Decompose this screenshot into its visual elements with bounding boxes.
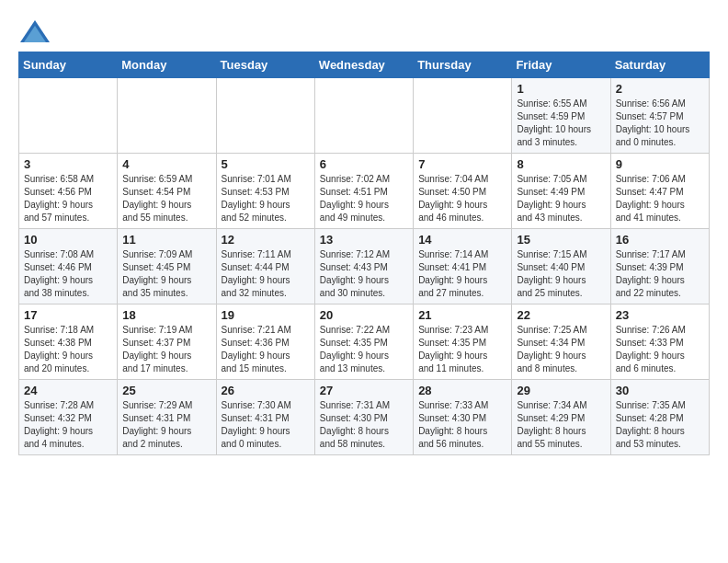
day-info: Sunrise: 6:55 AM Sunset: 4:59 PM Dayligh… — [517, 98, 605, 149]
day-info: Sunrise: 7:06 AM Sunset: 4:47 PM Dayligh… — [616, 173, 704, 224]
day-number: 7 — [418, 157, 506, 171]
day-number: 18 — [122, 308, 210, 322]
calendar-cell: 27Sunrise: 7:31 AM Sunset: 4:30 PM Dayli… — [314, 380, 413, 455]
calendar-cell: 20Sunrise: 7:22 AM Sunset: 4:35 PM Dayli… — [314, 304, 413, 380]
day-header-wednesday: Wednesday — [314, 52, 413, 78]
calendar-cell: 4Sunrise: 6:59 AM Sunset: 4:54 PM Daylig… — [118, 154, 216, 229]
calendar-cell: 26Sunrise: 7:30 AM Sunset: 4:31 PM Dayli… — [216, 380, 314, 455]
calendar-cell: 29Sunrise: 7:34 AM Sunset: 4:29 PM Dayli… — [512, 380, 610, 455]
logo — [18, 18, 55, 44]
day-info: Sunrise: 7:12 AM Sunset: 4:43 PM Dayligh… — [320, 248, 408, 300]
day-number: 23 — [616, 308, 704, 322]
calendar-cell: 15Sunrise: 7:15 AM Sunset: 4:40 PM Dayli… — [512, 229, 610, 304]
day-number: 29 — [517, 384, 605, 397]
calendar-cell: 11Sunrise: 7:09 AM Sunset: 4:45 PM Dayli… — [118, 229, 216, 304]
day-info: Sunrise: 7:15 AM Sunset: 4:40 PM Dayligh… — [517, 248, 605, 300]
day-info: Sunrise: 7:02 AM Sunset: 4:51 PM Dayligh… — [320, 173, 408, 224]
day-number: 3 — [24, 157, 112, 171]
day-info: Sunrise: 7:19 AM Sunset: 4:37 PM Dayligh… — [122, 324, 210, 375]
calendar-cell: 28Sunrise: 7:33 AM Sunset: 4:30 PM Dayli… — [414, 380, 512, 455]
logo-icon — [18, 18, 51, 44]
day-number: 20 — [320, 308, 408, 322]
calendar-cell: 8Sunrise: 7:05 AM Sunset: 4:49 PM Daylig… — [512, 154, 610, 229]
calendar-cell: 14Sunrise: 7:14 AM Sunset: 4:41 PM Dayli… — [414, 229, 512, 304]
day-info: Sunrise: 7:25 AM Sunset: 4:34 PM Dayligh… — [517, 324, 605, 375]
calendar-cell: 3Sunrise: 6:58 AM Sunset: 4:56 PM Daylig… — [19, 154, 118, 229]
calendar-cell: 16Sunrise: 7:17 AM Sunset: 4:39 PM Dayli… — [610, 229, 709, 304]
day-info: Sunrise: 7:11 AM Sunset: 4:44 PM Dayligh… — [222, 248, 310, 300]
day-number: 16 — [616, 233, 704, 247]
calendar-week-row: 3Sunrise: 6:58 AM Sunset: 4:56 PM Daylig… — [19, 154, 710, 229]
day-number: 5 — [222, 157, 310, 171]
day-number: 25 — [122, 384, 210, 397]
calendar-cell: 1Sunrise: 6:55 AM Sunset: 4:59 PM Daylig… — [512, 78, 610, 154]
day-header-sunday: Sunday — [19, 52, 118, 78]
day-header-thursday: Thursday — [414, 52, 512, 78]
day-info: Sunrise: 7:22 AM Sunset: 4:35 PM Dayligh… — [320, 324, 408, 375]
day-header-tuesday: Tuesday — [216, 52, 314, 78]
calendar-cell: 24Sunrise: 7:28 AM Sunset: 4:32 PM Dayli… — [19, 380, 118, 455]
day-number: 12 — [222, 233, 310, 247]
calendar-cell: 6Sunrise: 7:02 AM Sunset: 4:51 PM Daylig… — [314, 154, 413, 229]
day-info: Sunrise: 7:33 AM Sunset: 4:30 PM Dayligh… — [418, 399, 506, 451]
day-info: Sunrise: 7:08 AM Sunset: 4:46 PM Dayligh… — [24, 248, 112, 300]
day-number: 11 — [122, 233, 210, 247]
day-info: Sunrise: 6:58 AM Sunset: 4:56 PM Dayligh… — [24, 173, 112, 224]
day-info: Sunrise: 7:14 AM Sunset: 4:41 PM Dayligh… — [418, 248, 506, 300]
day-number: 8 — [517, 157, 605, 171]
day-number: 17 — [24, 308, 112, 322]
day-info: Sunrise: 7:17 AM Sunset: 4:39 PM Dayligh… — [616, 248, 704, 300]
day-number: 28 — [418, 384, 506, 397]
calendar-cell: 9Sunrise: 7:06 AM Sunset: 4:47 PM Daylig… — [610, 154, 709, 229]
calendar-cell — [118, 78, 216, 154]
calendar-cell: 30Sunrise: 7:35 AM Sunset: 4:28 PM Dayli… — [610, 380, 709, 455]
calendar-cell: 10Sunrise: 7:08 AM Sunset: 4:46 PM Dayli… — [19, 229, 118, 304]
day-info: Sunrise: 7:01 AM Sunset: 4:53 PM Dayligh… — [222, 173, 310, 224]
calendar-week-row: 10Sunrise: 7:08 AM Sunset: 4:46 PM Dayli… — [19, 229, 710, 304]
calendar-cell — [414, 78, 512, 154]
day-number: 19 — [222, 308, 310, 322]
calendar-cell: 2Sunrise: 6:56 AM Sunset: 4:57 PM Daylig… — [610, 78, 709, 154]
day-info: Sunrise: 7:29 AM Sunset: 4:31 PM Dayligh… — [122, 399, 210, 451]
calendar-week-row: 24Sunrise: 7:28 AM Sunset: 4:32 PM Dayli… — [19, 380, 710, 455]
day-info: Sunrise: 7:34 AM Sunset: 4:29 PM Dayligh… — [517, 399, 605, 451]
day-info: Sunrise: 7:26 AM Sunset: 4:33 PM Dayligh… — [616, 324, 704, 375]
day-info: Sunrise: 7:30 AM Sunset: 4:31 PM Dayligh… — [222, 399, 310, 451]
calendar-table: SundayMondayTuesdayWednesdayThursdayFrid… — [18, 52, 710, 455]
day-number: 6 — [320, 157, 408, 171]
day-number: 14 — [418, 233, 506, 247]
page-header — [18, 15, 710, 44]
day-info: Sunrise: 7:05 AM Sunset: 4:49 PM Dayligh… — [517, 173, 605, 224]
day-number: 13 — [320, 233, 408, 247]
day-info: Sunrise: 7:35 AM Sunset: 4:28 PM Dayligh… — [616, 399, 704, 451]
day-info: Sunrise: 6:56 AM Sunset: 4:57 PM Dayligh… — [616, 98, 704, 149]
day-number: 26 — [222, 384, 310, 397]
day-info: Sunrise: 7:04 AM Sunset: 4:50 PM Dayligh… — [418, 173, 506, 224]
day-info: Sunrise: 7:09 AM Sunset: 4:45 PM Dayligh… — [122, 248, 210, 300]
calendar-header-row: SundayMondayTuesdayWednesdayThursdayFrid… — [19, 52, 710, 78]
day-number: 30 — [616, 384, 704, 397]
calendar-cell: 22Sunrise: 7:25 AM Sunset: 4:34 PM Dayli… — [512, 304, 610, 380]
day-info: Sunrise: 7:23 AM Sunset: 4:35 PM Dayligh… — [418, 324, 506, 375]
day-info: Sunrise: 6:59 AM Sunset: 4:54 PM Dayligh… — [122, 173, 210, 224]
calendar-cell — [19, 78, 118, 154]
day-number: 24 — [24, 384, 112, 397]
calendar-cell: 17Sunrise: 7:18 AM Sunset: 4:38 PM Dayli… — [19, 304, 118, 380]
day-number: 22 — [517, 308, 605, 322]
calendar-cell: 12Sunrise: 7:11 AM Sunset: 4:44 PM Dayli… — [216, 229, 314, 304]
day-number: 9 — [616, 157, 704, 171]
calendar-week-row: 17Sunrise: 7:18 AM Sunset: 4:38 PM Dayli… — [19, 304, 710, 380]
day-number: 15 — [517, 233, 605, 247]
calendar-cell: 5Sunrise: 7:01 AM Sunset: 4:53 PM Daylig… — [216, 154, 314, 229]
day-number: 4 — [122, 157, 210, 171]
day-info: Sunrise: 7:28 AM Sunset: 4:32 PM Dayligh… — [24, 399, 112, 451]
calendar-cell: 25Sunrise: 7:29 AM Sunset: 4:31 PM Dayli… — [118, 380, 216, 455]
day-number: 2 — [616, 82, 704, 96]
day-header-friday: Friday — [512, 52, 610, 78]
calendar-week-row: 1Sunrise: 6:55 AM Sunset: 4:59 PM Daylig… — [19, 78, 710, 154]
calendar-cell: 21Sunrise: 7:23 AM Sunset: 4:35 PM Dayli… — [414, 304, 512, 380]
calendar-cell: 13Sunrise: 7:12 AM Sunset: 4:43 PM Dayli… — [314, 229, 413, 304]
calendar-cell: 18Sunrise: 7:19 AM Sunset: 4:37 PM Dayli… — [118, 304, 216, 380]
day-number: 21 — [418, 308, 506, 322]
day-info: Sunrise: 7:31 AM Sunset: 4:30 PM Dayligh… — [320, 399, 408, 451]
